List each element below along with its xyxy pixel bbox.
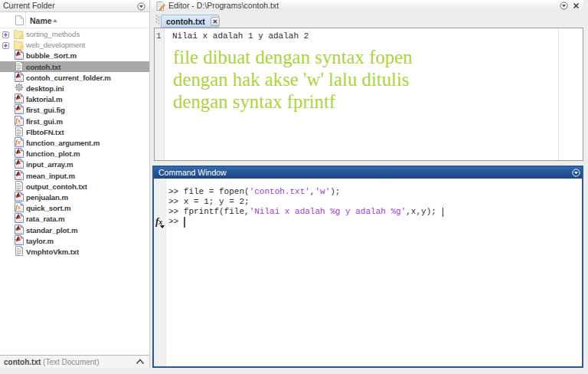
svg-text:fx: fx bbox=[15, 116, 21, 124]
svg-text:fx: fx bbox=[15, 138, 21, 146]
svg-text:fx: fx bbox=[15, 203, 21, 211]
